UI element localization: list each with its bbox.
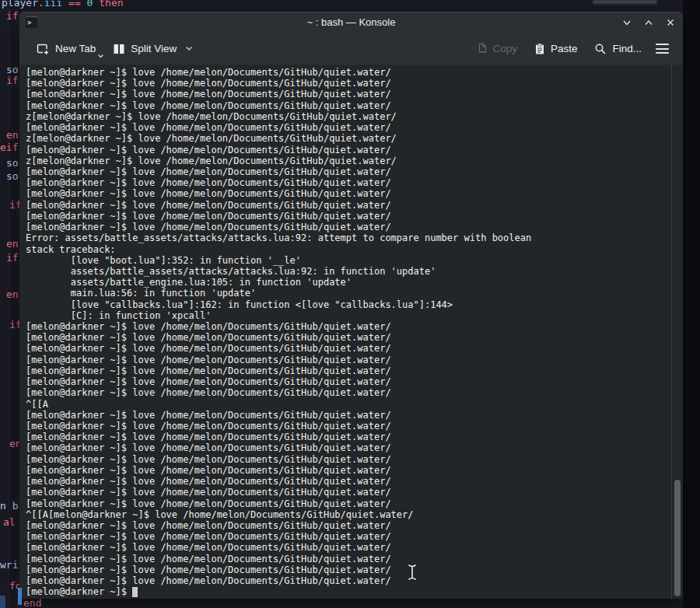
scrollbar-track[interactable] bbox=[671, 65, 683, 599]
new-tab-icon bbox=[37, 43, 50, 55]
close-button[interactable] bbox=[664, 16, 677, 29]
terminal-line: ^[[A[melon@darkner ~]$ love /home/melon/… bbox=[26, 509, 670, 520]
terminal-line: [melon@darkner ~]$ love /home/melon/Docu… bbox=[26, 421, 670, 432]
terminal-line: [melon@darkner ~]$ love /home/melon/Docu… bbox=[26, 465, 670, 476]
terminal-line: [melon@darkner ~]$ love /home/melon/Docu… bbox=[26, 122, 670, 133]
terminal-line: [melon@darkner ~]$ bbox=[26, 586, 670, 597]
terminal-line: [melon@darkner ~]$ love /home/melon/Docu… bbox=[26, 487, 670, 498]
code-fragment: en bbox=[6, 129, 19, 141]
terminal-line: z[melon@darkner ~]$ love /home/melon/Doc… bbox=[26, 111, 670, 122]
close-icon bbox=[665, 17, 676, 28]
paste-icon bbox=[534, 43, 545, 55]
maximize-button[interactable] bbox=[642, 16, 655, 29]
code-token: == bbox=[68, 0, 81, 9]
chevron-down-icon bbox=[621, 17, 632, 28]
code-fragment: al bbox=[3, 516, 16, 528]
terminal-line: [melon@darkner ~]$ love /home/melon/Docu… bbox=[26, 410, 670, 421]
chevron-down-icon bbox=[185, 46, 193, 51]
code-token: .iii bbox=[38, 0, 62, 9]
scrollbar-thumb[interactable] bbox=[674, 480, 681, 596]
terminal-line: stack traceback: bbox=[26, 244, 670, 255]
editor-caret-accent bbox=[18, 588, 22, 605]
terminal-line: [love "boot.lua"]:352: in function '__le… bbox=[26, 255, 670, 266]
window-title: ~ : bash — Konsole bbox=[19, 16, 683, 28]
hamburger-icon bbox=[656, 44, 669, 45]
terminal-line: ^[[A bbox=[26, 399, 670, 410]
code-token bbox=[81, 0, 87, 9]
code-fragment: wri bbox=[0, 559, 18, 571]
terminal-line: assets/battle_engine.lua:105: in functio… bbox=[26, 277, 670, 288]
paste-button[interactable]: Paste bbox=[528, 38, 584, 60]
code-fragment: en bbox=[6, 288, 19, 300]
terminal-line: [melon@darkner ~]$ love /home/melon/Docu… bbox=[26, 67, 670, 78]
code-fragment: so bbox=[6, 170, 19, 182]
terminal-line: [melon@darkner ~]$ love /home/melon/Docu… bbox=[26, 575, 670, 586]
terminal-line: [melon@darkner ~]$ love /home/melon/Docu… bbox=[26, 365, 670, 376]
split-view-icon bbox=[113, 43, 125, 55]
terminal-line: [melon@darkner ~]$ love /home/melon/Docu… bbox=[26, 188, 670, 199]
code-fragment: end bbox=[23, 597, 41, 608]
code-token: player bbox=[2, 0, 38, 9]
code-fragment: if bbox=[6, 10, 19, 22]
desktop-right-strip bbox=[683, 0, 700, 608]
new-tab-label: New Tab bbox=[55, 43, 96, 54]
clipped-overlay-text bbox=[593, 0, 657, 4]
editor-top-line: player.iii == 0 then bbox=[2, 0, 124, 9]
toolbar: New Tab Split View Copy Past bbox=[19, 33, 683, 65]
terminal-line: [melon@darkner ~]$ love /home/melon/Docu… bbox=[26, 89, 670, 100]
terminal-line: [C]: in function 'xpcall' bbox=[26, 310, 670, 321]
terminal-line: [melon@darkner ~]$ love /home/melon/Docu… bbox=[26, 454, 670, 465]
new-tab-button[interactable]: New Tab bbox=[30, 38, 102, 60]
code-fragment: so bbox=[6, 157, 19, 169]
chevron-up-icon bbox=[643, 17, 654, 28]
terminal-line: [melon@darkner ~]$ love /home/melon/Docu… bbox=[26, 531, 670, 542]
terminal-line: [melon@darkner ~]$ love /home/melon/Docu… bbox=[26, 211, 670, 222]
code-token bbox=[62, 0, 68, 9]
terminal-line: [melon@darkner ~]$ love /home/melon/Docu… bbox=[26, 376, 670, 387]
code-fragment: so bbox=[6, 64, 19, 75]
code-fragment: if bbox=[6, 252, 19, 264]
copy-button[interactable]: Copy bbox=[469, 38, 523, 60]
terminal-line: z[melon@darkner ~]$ love /home/melon/Doc… bbox=[26, 133, 670, 144]
terminal-output: [melon@darkner ~]$ love /home/melon/Docu… bbox=[26, 67, 670, 599]
terminal-line: [melon@darkner ~]$ love /home/melon/Docu… bbox=[26, 498, 670, 509]
terminal-line: [love "callbacks.lua"]:162: in function … bbox=[26, 299, 670, 310]
terminal-line: [melon@darkner ~]$ love /home/melon/Docu… bbox=[26, 554, 670, 564]
terminal-line: assets/battle_assets/attacks/attacks.lua… bbox=[26, 266, 670, 277]
terminal-line: [melon@darkner ~]$ love /home/melon/Docu… bbox=[26, 520, 670, 531]
terminal-line: Error: assets/battle_assets/attacks/atta… bbox=[26, 232, 670, 243]
terminal-line: [melon@darkner ~]$ love /home/melon/Docu… bbox=[26, 387, 670, 398]
split-view-label: Split View bbox=[131, 43, 177, 54]
copy-label: Copy bbox=[492, 43, 517, 54]
minimize-button[interactable] bbox=[621, 16, 633, 29]
terminal-line: [melon@darkner ~]$ love /home/melon/Docu… bbox=[26, 432, 670, 442]
copy-icon bbox=[475, 43, 487, 55]
find-button[interactable]: Find... bbox=[588, 38, 648, 60]
terminal-line: [melon@darkner ~]$ love /home/melon/Docu… bbox=[26, 100, 670, 111]
split-view-button[interactable]: Split View bbox=[107, 38, 199, 60]
window-controls bbox=[621, 16, 677, 29]
indent-guide bbox=[17, 0, 18, 608]
find-label: Find... bbox=[612, 43, 642, 54]
terminal-line: [melon@darkner ~]$ love /home/melon/Docu… bbox=[26, 355, 670, 365]
terminal-cursor bbox=[132, 587, 138, 597]
code-fragment: if bbox=[6, 75, 19, 86]
statusbar-corner-accent bbox=[0, 596, 5, 608]
terminal-line: [melon@darkner ~]$ love /home/melon/Docu… bbox=[26, 476, 670, 487]
terminal-line: [melon@darkner ~]$ love /home/melon/Docu… bbox=[26, 542, 670, 553]
search-icon bbox=[594, 43, 607, 55]
terminal-viewport[interactable]: [melon@darkner ~]$ love /home/melon/Docu… bbox=[19, 65, 683, 599]
menu-button[interactable] bbox=[653, 39, 672, 58]
terminal-line: z[melon@darkner ~]$ love /home/melon/Doc… bbox=[26, 155, 670, 166]
terminal-line: main.lua:56: in function 'update' bbox=[26, 288, 670, 299]
code-fragment: en bbox=[6, 238, 19, 250]
code-token: then bbox=[99, 0, 123, 9]
konsole-window: > ~ : bash — Konsole New Tab bbox=[19, 12, 683, 599]
code-fragment: n b bbox=[0, 500, 18, 512]
terminal-line: [melon@darkner ~]$ love /home/melon/Docu… bbox=[26, 343, 670, 354]
terminal-line: [melon@darkner ~]$ love /home/melon/Docu… bbox=[26, 332, 670, 343]
terminal-line: [melon@darkner ~]$ love /home/melon/Docu… bbox=[26, 166, 670, 177]
titlebar[interactable]: > ~ : bash — Konsole bbox=[19, 12, 683, 33]
chevron-down-icon bbox=[97, 54, 104, 58]
terminal-line: [melon@darkner ~]$ love /home/melon/Docu… bbox=[26, 177, 670, 188]
